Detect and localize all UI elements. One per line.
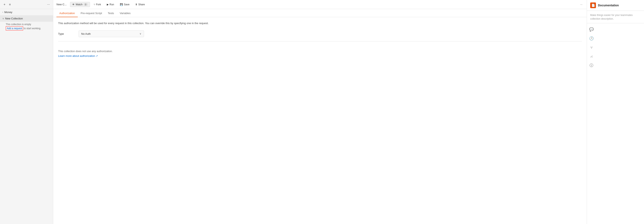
right-panel-description: Make things easier for your teammates co…	[587, 11, 644, 23]
share-icon: ⬆	[135, 3, 137, 6]
right-panel-icons: 💬 🕐 ⑂ ⑁ ⓘ	[587, 23, 644, 71]
share-button[interactable]: ⬆ Share	[133, 2, 147, 7]
sidebar: + ≡ ··· › Money ∨ New Collection This co…	[0, 0, 53, 224]
share-label: Share	[138, 3, 145, 6]
fork-button[interactable]: ⑂ Fork	[92, 2, 103, 7]
learn-more-link[interactable]: Learn more about authorization ↗	[58, 54, 98, 57]
divider	[58, 41, 582, 41]
tab-tests[interactable]: Tests	[105, 9, 117, 17]
history-icon: 🕐	[589, 36, 594, 41]
collection-content: This collection is empty Add a request t…	[0, 22, 53, 31]
save-icon: 💾	[120, 3, 123, 6]
type-value: No Auth	[81, 32, 91, 35]
type-label: Type	[58, 32, 74, 35]
no-auth-text: This collection does not use any authori…	[58, 50, 582, 53]
fork-label: Fork	[96, 3, 101, 6]
no-auth-section: This collection does not use any authori…	[58, 46, 582, 61]
tab-content: This authorization method will be used f…	[53, 17, 587, 224]
main-content: New C... 👁 Watch 0 ⑂ Fork ▶ Run 💾 Save ⬆…	[53, 0, 587, 224]
tab-pre-request-script[interactable]: Pre-request Script	[78, 9, 105, 17]
sidebar-item-money[interactable]: › Money	[0, 9, 53, 15]
info-icon: ⓘ	[590, 63, 593, 68]
chevron-down-icon: ∨	[2, 17, 4, 20]
tab-authorization[interactable]: Authorization	[56, 9, 78, 17]
right-panel-title: Documentation	[598, 4, 619, 7]
sidebar-item-label: New Collection	[5, 17, 23, 20]
filter-button[interactable]: ≡	[9, 3, 44, 6]
new-item-button[interactable]: +	[2, 2, 7, 7]
auth-description: This authorization method will be used f…	[58, 21, 582, 25]
sidebar-more-button[interactable]: ···	[46, 2, 51, 7]
run-label: Run	[110, 3, 114, 6]
type-select[interactable]: No Auth ∨	[78, 30, 144, 37]
sidebar-item-label: Money	[4, 11, 12, 14]
save-label: Save	[124, 3, 130, 6]
watch-button[interactable]: 👁 Watch 0	[70, 2, 90, 7]
filter-icon: ≡	[9, 3, 11, 6]
run-button[interactable]: ▶ Run	[105, 2, 116, 7]
watch-label: Watch	[76, 3, 83, 6]
external-link-icon: ↗	[96, 55, 98, 57]
watch-count: 0	[84, 3, 88, 6]
tab-bar: Authorization Pre-request Script Tests V…	[53, 9, 587, 17]
info-icon-button[interactable]: ⓘ	[587, 61, 596, 70]
toolbar-more-button[interactable]: ···	[579, 2, 584, 7]
learn-more-label: Learn more about authorization	[58, 54, 95, 57]
chevron-down-icon: ∨	[140, 32, 141, 35]
fork-icon-button[interactable]: ⑂	[587, 43, 596, 52]
chevron-right-icon: ›	[2, 11, 3, 13]
collection-empty-text: This collection is empty	[6, 23, 50, 26]
fork-icon: ⑂	[590, 45, 593, 50]
sidebar-item-new-collection[interactable]: ∨ New Collection	[0, 15, 53, 22]
right-panel: 📄 Documentation Make things easier for y…	[587, 0, 644, 224]
collection-title: New C...	[56, 3, 67, 6]
fork-icon: ⑂	[94, 3, 95, 6]
right-panel-header: 📄 Documentation	[587, 0, 644, 11]
merge-icon: ⑁	[590, 54, 593, 59]
comment-icon-button[interactable]: 💬	[587, 25, 596, 34]
add-request-link[interactable]: Add a request	[6, 26, 23, 30]
save-button[interactable]: 💾 Save	[118, 2, 132, 7]
toolbar: New C... 👁 Watch 0 ⑂ Fork ▶ Run 💾 Save ⬆…	[53, 0, 587, 9]
eye-icon: 👁	[72, 3, 75, 6]
run-icon: ▶	[107, 3, 109, 6]
documentation-icon: 📄	[590, 2, 596, 8]
merge-icon-button[interactable]: ⑁	[587, 52, 596, 61]
sidebar-topbar: + ≡ ···	[0, 0, 53, 9]
comment-icon: 💬	[589, 27, 594, 32]
add-request-suffix: to start working.	[24, 27, 41, 30]
history-icon-button[interactable]: 🕐	[587, 34, 596, 43]
tab-variables[interactable]: Variables	[117, 9, 134, 17]
type-row: Type No Auth ∨	[58, 30, 582, 37]
